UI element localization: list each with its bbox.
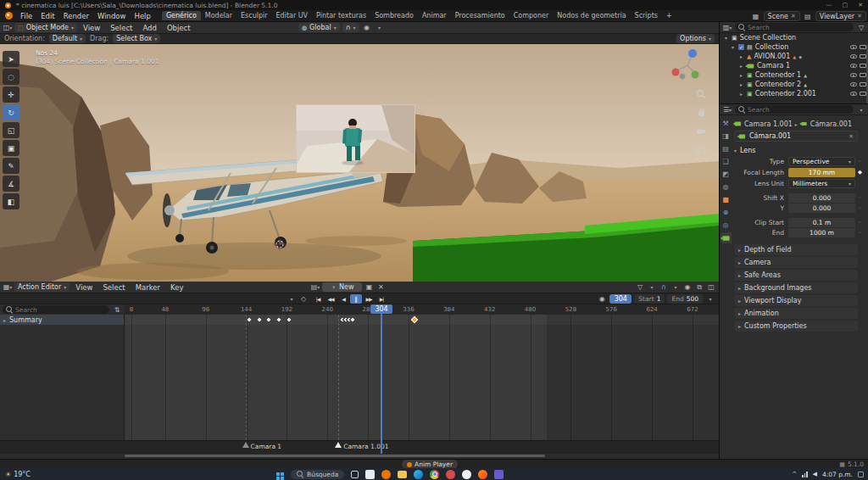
workspace-tab-pintar-texturas[interactable]: Pintar texturas	[312, 11, 370, 20]
next-keyframe-button[interactable]: ▶▶	[363, 294, 375, 304]
frame-start-field[interactable]: Start1	[634, 294, 665, 304]
snap-magnet-icon[interactable]: ∩	[659, 282, 669, 292]
menu-render[interactable]: Render	[59, 12, 93, 20]
drag-setting-dropdown[interactable]: Select Box▾	[113, 34, 160, 43]
ds-menu-select[interactable]: Select	[98, 283, 129, 292]
frame-end-field[interactable]: End500	[667, 294, 703, 304]
workspace-tab-sombreado[interactable]: Sombreado	[370, 11, 418, 20]
ds-menu-view[interactable]: View	[71, 283, 97, 292]
taskbar-app-icon[interactable]	[494, 470, 504, 479]
decorator-dot[interactable]: ◦	[855, 219, 865, 226]
vp-menu-object[interactable]: Object	[163, 24, 195, 32]
transform-tool[interactable]: ▣	[3, 140, 19, 156]
hide-eye-icon[interactable]	[850, 92, 857, 96]
blender-menu-icon[interactable]	[5, 12, 13, 20]
properties-options-icon[interactable]: ▾	[856, 105, 866, 114]
select-box-tool[interactable]: ➤	[3, 51, 19, 67]
vp-menu-select[interactable]: Select	[106, 24, 136, 32]
new-action-button[interactable]: ＋New	[322, 282, 362, 292]
timeline-marker[interactable]	[335, 442, 342, 448]
scene-selector[interactable]: Scene ✕	[764, 11, 800, 21]
tab-constraints-icon[interactable]: ⊗	[721, 207, 732, 218]
annotate-tool[interactable]: ✎	[3, 158, 19, 174]
channel-filter-icon[interactable]: ⇅	[112, 305, 122, 315]
menu-edit[interactable]: Edit	[36, 12, 58, 20]
taskbar-app-icon[interactable]	[446, 470, 455, 479]
breadcrumb-object[interactable]: Camara 1.001	[744, 120, 793, 128]
pause-button[interactable]: ‖	[350, 294, 362, 304]
timeline-area[interactable]: ▸ Summary ⇅ 8489614419224028833638443248…	[0, 304, 719, 459]
tray-expand-icon[interactable]: ^	[792, 471, 797, 477]
lens-type-dropdown[interactable]: Perspective▾	[788, 157, 855, 166]
workspace-tab-editar-uv[interactable]: Editar UV	[272, 11, 313, 20]
tab-world-icon[interactable]: ◍	[721, 181, 732, 193]
camera-data-id-block[interactable]: Cámara.001 ✕	[734, 131, 858, 142]
workspace-tab-esculpir[interactable]: Esculpir	[236, 11, 272, 20]
hide-eye-icon[interactable]	[850, 45, 857, 49]
play-reverse-button[interactable]: ◀	[337, 294, 349, 304]
lens-unit-dropdown[interactable]: Millimeters▾	[788, 179, 855, 188]
workspace-tab-scripts[interactable]: Scripts	[631, 11, 662, 20]
clock[interactable]: 4:07 p.m.	[822, 471, 853, 478]
render-visibility-icon[interactable]	[860, 45, 866, 49]
action-browse-icon[interactable]: ▤▾	[310, 282, 320, 292]
properties-search-input[interactable]	[748, 106, 850, 114]
prev-keyframe-button[interactable]: ◀◀	[325, 294, 337, 304]
workspace-tab-generico[interactable]: Genérico	[162, 11, 201, 20]
focal-length-field[interactable]: 170 mm	[788, 168, 855, 177]
start-button[interactable]	[276, 472, 280, 476]
proportional-falloff-icon[interactable]: ▾	[375, 23, 385, 32]
outliner-row-scene-collection[interactable]: ▾ ▣ Scene Collection	[720, 33, 868, 42]
hide-eye-icon[interactable]	[850, 82, 857, 87]
tab-view-layer-icon[interactable]: ❏	[721, 156, 732, 167]
minimize-button[interactable]: —	[826, 2, 832, 8]
shift-x-field[interactable]: 0.000	[788, 193, 855, 203]
rotate-tool[interactable]: ↻	[3, 104, 19, 120]
edge-icon[interactable]	[414, 470, 423, 479]
properties-editor-icon[interactable]: ☰▾	[722, 105, 732, 114]
viewlayer-unlink-icon[interactable]: ✕	[857, 13, 862, 20]
playback-options-icon[interactable]: ▾	[705, 294, 715, 304]
expand-icon[interactable]: ▾	[730, 44, 736, 50]
render-visibility-icon[interactable]	[860, 73, 866, 77]
tab-object-icon[interactable]: ■	[721, 194, 732, 205]
options-dropdown[interactable]: Options▾	[676, 34, 715, 43]
render-visibility-icon[interactable]	[860, 82, 866, 87]
hide-eye-icon[interactable]	[850, 64, 857, 68]
viewlayer-browse-icon[interactable]: ▤	[803, 12, 813, 21]
workspace-tab-componer[interactable]: Componer	[509, 11, 554, 20]
decorator-dot[interactable]: ◦	[855, 158, 865, 165]
measure-tool[interactable]: ∡	[3, 176, 19, 192]
viewport-3d[interactable]: Nos 24 (304) Scene Collection | Camara 1…	[0, 44, 719, 282]
transform-orientation-dropdown[interactable]: ◍ Global ▾	[298, 23, 340, 32]
dopesheet-editor-icon[interactable]: ▦▾	[3, 282, 13, 292]
pan-hand-icon[interactable]	[695, 107, 707, 119]
file-explorer-icon[interactable]	[398, 471, 407, 478]
panel-animation[interactable]: ▸Animation	[734, 308, 858, 319]
menu-help[interactable]: Help	[130, 12, 154, 20]
weather-widget[interactable]: ☀ 19°C	[0, 471, 31, 478]
decorator-dot[interactable]: ◦	[855, 229, 865, 236]
panel-viewport-display[interactable]: ▸Viewport Display	[734, 295, 858, 306]
auto-keying-icon[interactable]: ◉	[597, 294, 607, 304]
proportional-edit-icon[interactable]: ◉	[682, 282, 693, 292]
panel-toggle-icon[interactable]: ◫	[706, 282, 716, 292]
filter-dropdown-icon[interactable]: ▾	[647, 282, 657, 292]
volume-icon[interactable]: ◀	[813, 471, 817, 477]
tab-render-icon[interactable]: ◨	[721, 131, 732, 142]
taskbar-search[interactable]: Búsqueda	[291, 470, 344, 479]
menu-file[interactable]: File	[16, 12, 36, 20]
breadcrumb-data[interactable]: Cámara.001	[810, 120, 852, 128]
workspace-tab-animar[interactable]: Animar	[418, 11, 451, 20]
outliner-editor-icon[interactable]: ▥▾	[722, 23, 732, 32]
copy-icon[interactable]: ⧉	[694, 282, 704, 292]
scene-unlink-icon[interactable]: ✕	[791, 13, 796, 20]
shift-y-field[interactable]: 0.000	[788, 204, 855, 213]
maximize-button[interactable]: ▢	[843, 2, 849, 8]
taskbar-app-icon[interactable]	[365, 470, 375, 479]
unlink-action-icon[interactable]: ✕	[376, 282, 386, 292]
decorator-dot[interactable]: ◦	[855, 194, 865, 201]
menu-window[interactable]: Window	[93, 12, 131, 20]
hide-eye-icon[interactable]	[850, 54, 857, 59]
workspace-tab-nodos-geometria[interactable]: Nodos de geometría	[553, 11, 630, 20]
